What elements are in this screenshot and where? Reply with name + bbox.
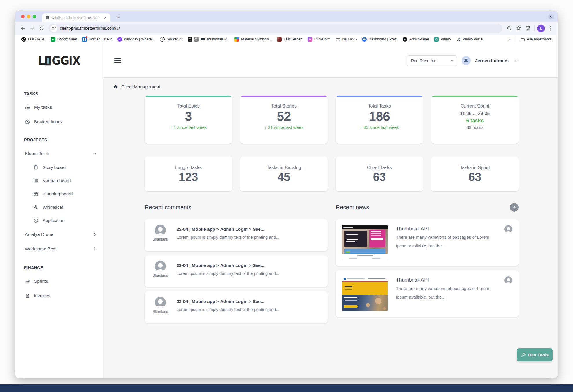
card-accent <box>240 96 328 97</box>
sidebar-item-kanban-board[interactable]: Kanban board <box>15 174 103 187</box>
user-menu-chevron-icon[interactable] <box>513 58 519 63</box>
recent-comments-section: Recent comments Shantanu 22-04 | Mobile … <box>145 202 328 328</box>
bookmark-logbase[interactable]: LOGBASE <box>19 36 48 43</box>
hamburger-menu-icon[interactable] <box>114 58 121 63</box>
bottom-sections: Recent comments Shantanu 22-04 | Mobile … <box>145 202 519 328</box>
stat-card-total-epics: Total Epics 3 ↑1 since last week <box>145 96 232 144</box>
org-chart-icon <box>33 205 38 210</box>
forward-button[interactable] <box>27 24 37 33</box>
camera-icon <box>194 37 199 42</box>
bookmarks-overflow-icon[interactable]: » <box>506 37 514 42</box>
breadcrumb: Client Management <box>113 84 160 89</box>
news-card[interactable]: Thumbnail API There are many variations … <box>336 270 519 317</box>
news-body: There are many variations of passages of… <box>396 284 496 302</box>
bookmark-trello[interactable]: Borden | Trello <box>80 36 115 43</box>
url-bar[interactable]: client-pms.fmbetterforms.com/#/ <box>48 24 502 33</box>
sidebar-item-story-board[interactable]: Story board <box>15 161 103 174</box>
sidebar-project-worksome-best[interactable]: Worksome Best <box>15 242 103 256</box>
sidebar: LGGiX TASKS My tasks Booked hours PROJEC… <box>15 44 103 378</box>
sidebar-item-booked-hours[interactable]: Booked hours <box>15 114 103 129</box>
add-news-button[interactable]: + <box>510 203 519 212</box>
kanban-icon <box>33 178 38 183</box>
bookmark-pinnio-portal[interactable]: Pinnio Portal <box>453 36 486 43</box>
bookmark-thumbnail[interactable]: thumbnail.w... <box>185 36 232 43</box>
window-close-button[interactable] <box>21 15 25 18</box>
stat-card-loggix-tasks: Loggix Tasks 123 <box>145 156 232 191</box>
stat-card-total-tasks: Total Tasks 186 ↑45 since last week <box>336 96 423 144</box>
sidebar-project-amalya-drone[interactable]: Amalya Drone <box>15 227 103 242</box>
user-avatar[interactable]: JL <box>462 56 471 65</box>
tab-strip: client-pms.fmbetterforms.com × + <box>15 11 558 22</box>
all-bookmarks-button[interactable]: Alle bookmarks <box>518 36 554 43</box>
person-avatar-icon <box>504 276 512 284</box>
loggix-logo[interactable]: LGGiX <box>15 42 103 79</box>
pinnio-favicon <box>434 37 439 42</box>
bookmark-socketio[interactable]: Socket.IO <box>157 36 185 43</box>
sidebar-item-sprints[interactable]: Sprints <box>15 274 103 289</box>
sidebar-item-application[interactable]: Application <box>15 214 103 227</box>
tab-search-button[interactable] <box>548 14 554 20</box>
logo-o-mark <box>45 56 51 65</box>
sidebar-heading-tasks: TASKS <box>24 91 103 97</box>
new-tab-button[interactable]: + <box>115 13 123 21</box>
sidebar-item-planning-board[interactable]: Planning board <box>15 187 103 201</box>
window-minimize-button[interactable] <box>27 15 30 18</box>
bookmark-loggix-meet[interactable]: Loggix Meet <box>48 36 80 43</box>
folder-icon <box>520 37 525 42</box>
news-card[interactable]: Thumbnail API There are many variations … <box>336 219 519 266</box>
clipboard-icon <box>33 165 38 170</box>
home-icon[interactable] <box>113 84 118 89</box>
bookmark-material-symbols[interactable]: Material Symbols... <box>232 36 274 43</box>
comment-body: Lorem Ipsum is simply dummy text of the … <box>177 235 279 240</box>
sidebar-item-invoices[interactable]: Invoices <box>15 289 103 303</box>
tab-close-icon[interactable]: × <box>103 15 108 20</box>
meet-favicon <box>51 37 55 42</box>
sidebar-project-bloom-tor-5[interactable]: Bloom Tor 5 <box>15 146 103 161</box>
back-button[interactable] <box>18 24 27 33</box>
wrench-icon <box>521 353 526 357</box>
prezi-favicon <box>362 37 367 42</box>
bookmark-clickup[interactable]: ClickUp™ <box>305 36 333 43</box>
bookmarks-divider <box>516 37 516 42</box>
bookmark-dailydev[interactable]: daily.dev | Where... <box>115 36 157 43</box>
card-accent <box>336 96 423 97</box>
comment-card[interactable]: Shantanu 22-04 | Mobile app > Admin Logi… <box>145 219 328 251</box>
browser-tab[interactable]: client-pms.fmbetterforms.com × <box>42 13 110 22</box>
sprint-date-range: 11-05 ... 29-05 <box>460 111 490 116</box>
news-title: Thumbnail API <box>396 277 496 283</box>
select-chevron-icon <box>450 59 454 62</box>
material-symbols-favicon <box>234 37 239 42</box>
comment-card[interactable]: Shantanu 22-04 | Mobile app > Admin Logi… <box>145 255 328 287</box>
main-content: Client Management Total Epics 3 ↑1 since… <box>104 78 558 378</box>
camera-icon <box>188 37 192 42</box>
bookmark-test-jeroen[interactable]: Test Jeroen <box>274 36 305 43</box>
comment-title: 22-04 | Mobile app > Admin Login > See..… <box>177 299 279 304</box>
site-settings-icon[interactable] <box>50 25 57 32</box>
browser-window: client-pms.fmbetterforms.com × + client-… <box>15 11 558 378</box>
extensions-icon[interactable] <box>523 24 532 33</box>
news-body: There are many variations of passages of… <box>396 233 496 250</box>
browser-menu-icon[interactable] <box>546 24 555 33</box>
logbase-favicon <box>21 37 26 42</box>
dev-tools-button[interactable]: Dev Tools <box>517 348 553 361</box>
bookmark-star-icon[interactable] <box>514 24 523 33</box>
bookmark-adminpanel[interactable]: AdminPanel <box>400 36 431 43</box>
sprint-task-count: 6 tasks <box>466 118 484 124</box>
bookmark-nieuws-folder[interactable]: NIEUWS <box>333 36 359 43</box>
browser-profile-avatar[interactable]: L <box>536 24 546 33</box>
bookmark-pinnio[interactable]: Pinnio <box>431 36 453 43</box>
url-text: client-pms.fmbetterforms.com/#/ <box>60 26 120 31</box>
invoice-icon <box>25 293 30 298</box>
sidebar-item-my-tasks[interactable]: My tasks <box>15 100 103 114</box>
adminpanel-favicon <box>403 37 407 42</box>
app-root: LGGiX TASKS My tasks Booked hours PROJEC… <box>15 44 558 378</box>
reload-button[interactable] <box>37 24 46 33</box>
comment-card[interactable]: Shantanu 22-04 | Mobile app > Admin Logi… <box>145 291 328 323</box>
zoom-icon[interactable] <box>505 24 514 33</box>
stats-row-2: Loggix Tasks 123 Tasks in Backlog 45 Cli… <box>145 156 519 191</box>
sidebar-item-whimsical[interactable]: Whimsical <box>15 201 103 214</box>
window-zoom-button[interactable] <box>33 15 36 18</box>
company-select[interactable]: Red Rose Inc. <box>407 55 457 66</box>
arrow-up-icon: ↑ <box>170 125 172 130</box>
bookmark-prezi[interactable]: Dashboard | Prezi <box>359 36 400 43</box>
